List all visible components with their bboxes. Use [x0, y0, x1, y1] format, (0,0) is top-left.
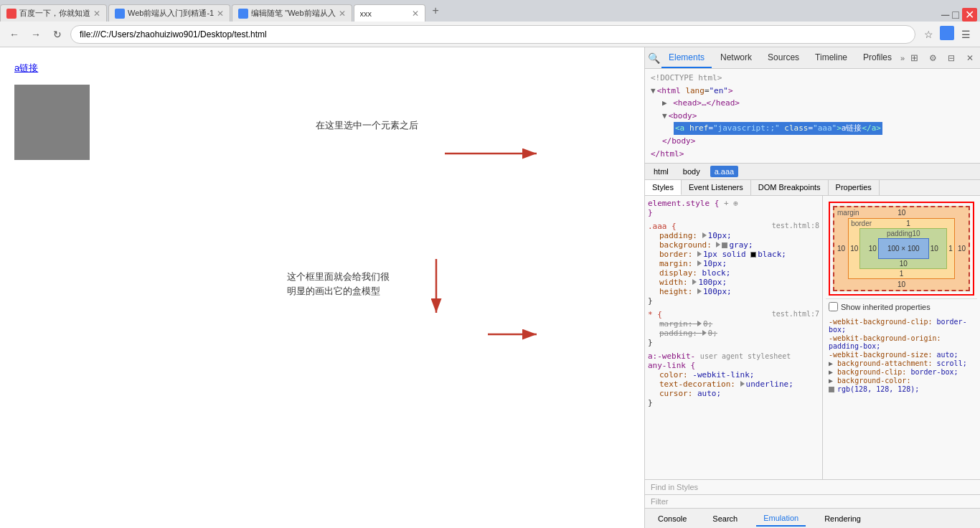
main-area: a链接 在这里选中一个元素之后 这个框里面就会给我们很 明显的画出它的盒模型 — [0, 47, 980, 528]
tab-editor[interactable]: 编辑随笔 "Web前端从入 ✕ — [232, 4, 352, 22]
triangle-margin[interactable] — [697, 260, 702, 266]
tab-baidu[interactable]: 百度一下，你就知道 ✕ — [0, 4, 107, 22]
expand-bg-clip[interactable]: ▶ — [829, 368, 833, 376]
styles-tab-dom-breakpoints[interactable]: DOM Breakpoints — [751, 180, 829, 195]
tab-icon-editor — [238, 9, 248, 19]
styles-tab-properties[interactable]: Properties — [829, 180, 880, 195]
css-source-aaa[interactable]: test.html:8 — [772, 222, 819, 230]
devtools-toolbar: 🔍 Elements Network Sources Timeline Prof… — [645, 47, 980, 69]
triangle-border[interactable] — [697, 251, 702, 257]
breadcrumb-body[interactable]: body — [679, 166, 705, 177]
expand-bg-attachment[interactable]: ▶ — [829, 359, 833, 367]
inherited-properties: -webkit-background-clip: border-box; -we… — [826, 314, 977, 397]
devtools-layout-icon[interactable]: ⊟ — [943, 50, 959, 66]
annotation-2: 这个框里面就会给我们很 明显的画出它的盒模型 — [287, 270, 390, 298]
reload-button[interactable]: ↻ — [49, 26, 66, 43]
bookmark-icon[interactable]: ☆ — [920, 26, 937, 43]
box-padding-right-val: 10 — [929, 245, 940, 253]
tab-close-webfront1[interactable]: ✕ — [217, 9, 224, 19]
color-swatch-black[interactable] — [750, 252, 756, 258]
devtools-tab-timeline[interactable]: Timeline — [808, 48, 854, 68]
add-property-icon[interactable]: + ⊕ — [724, 199, 738, 208]
bottom-tab-emulation[interactable]: Emulation — [756, 511, 806, 527]
css-rule-useragent: a:-webkit- user agent stylesheet any-lin… — [648, 352, 819, 407]
devtools-settings-icon[interactable]: ⚙ — [925, 50, 941, 66]
dom-triangle-html[interactable]: ▼ — [651, 86, 656, 95]
forward-button[interactable]: → — [27, 26, 44, 43]
breadcrumb-html[interactable]: html — [649, 166, 673, 177]
extension-icon[interactable] — [940, 26, 954, 40]
address-bar: ← → ↻ ☆ ☰ — [0, 22, 980, 47]
menu-icon[interactable]: ☰ — [957, 26, 974, 43]
color-swatch-gray[interactable] — [722, 242, 727, 248]
bottom-tab-console[interactable]: Console — [651, 512, 694, 526]
devtools-close-icon[interactable]: ✕ — [962, 50, 978, 66]
maximize-button[interactable]: □ — [952, 9, 959, 22]
devtools-tab-profiles[interactable]: Profiles — [856, 48, 899, 68]
rgb-color-swatch[interactable] — [829, 387, 834, 392]
filter-bar[interactable]: Filter — [645, 494, 980, 508]
tab-webfront1[interactable]: Web前端从入门到精通-1 ✕ — [108, 4, 230, 22]
expand-bg-color[interactable]: ▶ — [829, 377, 833, 385]
triangle-margin-star[interactable] — [697, 321, 702, 326]
tab-xxx[interactable]: xxx ✕ — [354, 4, 425, 22]
close-button[interactable]: ✕ — [962, 8, 977, 22]
devtools-tab-sources[interactable]: Sources — [760, 48, 806, 68]
tab-icon-baidu — [6, 9, 17, 19]
show-inherited-checkbox[interactable] — [829, 302, 838, 311]
minimize-button[interactable]: ─ — [941, 9, 949, 22]
dom-triangle-head[interactable]: ▶ — [662, 98, 667, 108]
find-in-styles[interactable]: Find in Styles — [645, 479, 980, 494]
box-model-margin: margin 10 10 border 1 — [833, 206, 970, 291]
box-margin-bottom-val: 10 — [834, 279, 969, 290]
url-input[interactable] — [70, 25, 915, 44]
devtools-action-icons: ⊞ ⚙ ⊟ ✕ — [906, 50, 978, 66]
devtools-tab-elements[interactable]: Elements — [661, 48, 712, 68]
dom-body[interactable]: ▼<body> — [662, 110, 974, 123]
devtools-bottom-bar: Console Search Emulation Rendering — [645, 508, 980, 528]
box-border-top-row: border 1 — [849, 219, 954, 228]
dom-head[interactable]: ▶ <head>…</head> — [662, 97, 974, 110]
dom-html-close: </html> — [651, 148, 974, 161]
tab-close-editor[interactable]: ✕ — [339, 9, 346, 19]
bottom-tab-search[interactable]: Search — [705, 512, 745, 526]
css-prop-cursor-ua: cursor: auto; — [648, 389, 819, 398]
back-button[interactable]: ← — [6, 26, 23, 43]
triangle-padding-star[interactable] — [702, 330, 707, 336]
bottom-tab-rendering[interactable]: Rendering — [817, 512, 868, 526]
box-content-size: 100 × 100 — [887, 245, 920, 253]
dom-html[interactable]: ▼<html lang="en"> — [651, 85, 974, 98]
tab-close-baidu[interactable]: ✕ — [93, 9, 100, 19]
css-any-link: any-link { — [648, 361, 819, 370]
more-tabs-icon[interactable]: » — [900, 54, 905, 62]
devtools-console-icon[interactable]: ⊞ — [906, 50, 922, 66]
box-margin-right-val: 10 — [955, 245, 969, 253]
styles-tabs: Styles Event Listeners DOM Breakpoints P… — [645, 180, 980, 196]
dom-triangle-body[interactable]: ▼ — [662, 111, 667, 121]
triangle-textdec[interactable] — [740, 381, 745, 387]
breadcrumb-a[interactable]: a.aaa — [710, 166, 739, 177]
box-content-row: 10 100 × 100 10 — [860, 238, 946, 259]
css-prop-margin-star: margin: 0; — [648, 319, 819, 329]
css-prop-padding: padding: 10px; — [648, 231, 819, 240]
dom-doctype: <!DOCTYPE html> — [651, 72, 974, 85]
box-border-right-val: 1 — [947, 245, 954, 253]
triangle-background[interactable] — [716, 242, 720, 248]
css-prop-margin: margin: 10px; — [648, 259, 819, 268]
styles-tab-event-listeners[interactable]: Event Listeners — [682, 180, 751, 195]
a-link[interactable]: a链接 — [14, 62, 38, 75]
tab-close-xxx[interactable]: ✕ — [412, 9, 419, 19]
triangle-padding[interactable] — [702, 232, 707, 238]
box-margin-left-val: 10 — [834, 245, 848, 253]
styles-content: element.style { + ⊕ } .aaa { test.html:8… — [645, 196, 980, 479]
styles-tab-styles[interactable]: Styles — [645, 180, 682, 195]
devtools-tab-network[interactable]: Network — [713, 48, 759, 68]
inspect-icon[interactable]: 🔍 — [648, 50, 660, 66]
triangle-width[interactable] — [692, 279, 697, 285]
triangle-height[interactable] — [697, 288, 702, 294]
css-selector-star: * { — [648, 310, 662, 319]
css-source-star[interactable]: test.html:7 — [772, 310, 819, 318]
css-prop-textdec-ua: text-decoration: underline; — [648, 380, 819, 389]
new-tab-button[interactable]: + — [427, 4, 445, 22]
dom-a-tag[interactable]: <a href="javascript:;" class="aaa">a链接</… — [674, 122, 882, 135]
